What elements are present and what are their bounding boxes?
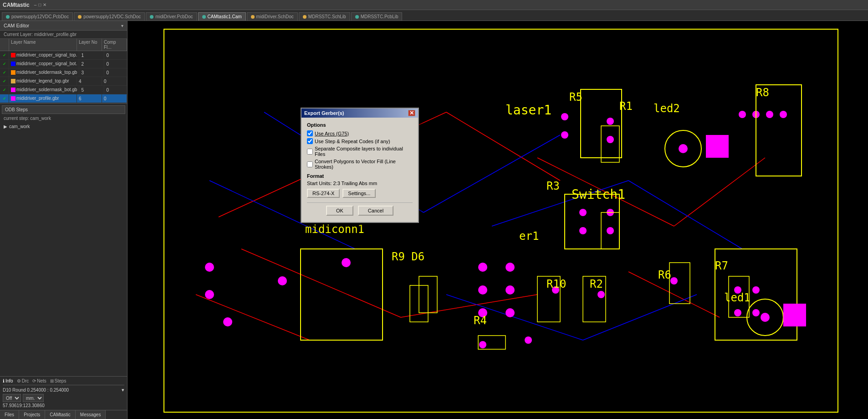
col-check xyxy=(0,39,9,51)
info-shape: D10 Round 0.254000 : 0.254000 xyxy=(3,388,120,393)
canvas-area[interactable]: laser1 ARDUINO midiconn1 R5 R1 led2 R8 R… xyxy=(128,21,868,419)
current-layer-label: Current Layer: mididriver_profile.gbr xyxy=(0,31,127,39)
ok-button[interactable]: OK xyxy=(326,206,353,216)
layer-name-text-3: mididriver_legend_top.gbr xyxy=(16,77,69,85)
info-off-select[interactable]: Off xyxy=(3,394,21,402)
tab-midiDriver-sch[interactable]: midiDriver.SchDoc xyxy=(247,12,298,21)
svg-text:R7: R7 xyxy=(715,259,728,272)
svg-point-33 xyxy=(205,290,214,299)
layer-compfl-3: 0 xyxy=(102,77,127,85)
left-panel: CAM Editor ▾ Current Layer: mididriver_p… xyxy=(0,21,128,419)
tab-dot-powersupply12VDC-pcb xyxy=(6,15,10,19)
checkbox-use-arcs[interactable] xyxy=(307,130,313,136)
layer-name-text-1: mididriver_copper_signal_bot. xyxy=(16,60,77,68)
checkbox-step-repeat[interactable] xyxy=(307,138,313,144)
tab-camtastic[interactable]: CAMtastic1.Cam xyxy=(198,12,246,21)
tab-dot-powersupply12VDC-sch xyxy=(78,15,82,19)
svg-point-51 xyxy=(579,227,587,234)
layer-row-1[interactable]: ✓mididriver_copper_signal_bot.20 xyxy=(0,60,127,68)
tab-powersupply12VDC-sch[interactable]: powersupply12VDC.SchDoc xyxy=(74,12,145,21)
svg-point-78 xyxy=(679,144,688,153)
settings-button[interactable]: Settings... xyxy=(342,189,376,198)
checkbox-separate-composite[interactable] xyxy=(307,149,313,155)
layer-row-2[interactable]: ✓mididriver_soldermask_top.gb30 xyxy=(0,68,127,77)
layer-no-2: 3 xyxy=(79,68,104,77)
svg-point-60 xyxy=(752,309,760,316)
info-unit-select[interactable]: mm. xyxy=(23,394,44,402)
tab-label-MDRSSTC-sch: MDRSSTC.SchLib xyxy=(308,14,346,19)
info-chevron[interactable]: ▾ xyxy=(122,387,124,393)
svg-point-43 xyxy=(561,131,568,139)
cam-editor-dropdown[interactable]: ▾ xyxy=(121,23,123,28)
layer-name-3: mididriver_legend_top.gbr xyxy=(9,77,77,85)
svg-point-41 xyxy=(505,308,515,317)
tab-dot-MDRSSTC-pcb xyxy=(355,15,359,19)
layer-row-3[interactable]: ✓mididriver_legend_top.gbr40 xyxy=(0,77,127,86)
cam-editor-label: CAM Editor xyxy=(4,23,29,28)
pcb-canvas: laser1 ARDUINO midiconn1 R5 R1 led2 R8 R… xyxy=(128,21,868,419)
layer-row-5[interactable]: ✓mididriver_profile.gbr60 xyxy=(0,94,127,103)
tab-MDRSSTC-sch[interactable]: MDRSSTC.SchLib xyxy=(299,12,350,21)
layer-name-text-4: mididriver_soldermask_bot.gb xyxy=(16,86,77,94)
format-section: Format Start Units: 2:3 Trailing Abs mm … xyxy=(307,173,413,198)
tab-info[interactable]: ℹ Info xyxy=(3,378,13,383)
format-buttons: RS-274-X Settings... xyxy=(307,189,413,198)
col-comp-fl: Comp Fl... xyxy=(102,39,127,51)
tab-label-MDRSSTC-pcb: MDRSSTC.PcbLib xyxy=(361,14,398,19)
svg-text:R10: R10 xyxy=(546,278,566,290)
svg-point-56 xyxy=(670,277,678,285)
checkbox-convert-polygons-row: Convert Polygons to Vector Fill (Line St… xyxy=(307,159,413,170)
close-icon[interactable]: ✕ xyxy=(43,2,46,7)
layer-name-text-2: mididriver_soldermask_top.gb xyxy=(16,68,77,77)
layer-row-4[interactable]: ✓mididriver_soldermask_bot.gb50 xyxy=(0,86,127,94)
nav-btn-projects[interactable]: Projects xyxy=(19,410,45,419)
checkbox-separate-composite-row: Separate Composite layers to individual … xyxy=(307,146,413,157)
checkbox-step-repeat-row: Use Step & Repeat Codes (if any) xyxy=(307,138,413,144)
layer-rows-container: ✓mididriver_copper_signal_top.10✓mididri… xyxy=(0,51,127,103)
nav-footer: FilesProjectsCAMtasticMessages xyxy=(0,410,127,419)
svg-point-62 xyxy=(479,341,486,348)
tab-steps[interactable]: ⊞ Steps xyxy=(50,378,66,383)
tab-label-camtastic: CAMtastic1.Cam xyxy=(208,14,242,19)
odb-tree-item[interactable]: ▶ cam_work xyxy=(4,124,123,129)
svg-point-36 xyxy=(478,263,487,272)
layer-color-swatch-0 xyxy=(11,53,15,57)
tab-drc[interactable]: ⚙ Drc xyxy=(17,378,29,383)
cancel-button[interactable]: Cancel xyxy=(358,206,393,216)
nav-btn-camtastic[interactable]: CAMtastic xyxy=(45,410,76,419)
checkbox-use-arcs-row: Use Arcs (G75) xyxy=(307,130,413,136)
dialog-close-button[interactable]: ✕ xyxy=(408,110,415,116)
tab-label-midiDriver-pcb: midiDriver.PcbDoc xyxy=(155,14,193,19)
svg-point-34 xyxy=(223,317,232,326)
maximize-icon[interactable]: □ xyxy=(38,2,41,7)
svg-text:R5: R5 xyxy=(569,91,582,103)
svg-point-53 xyxy=(607,227,614,234)
svg-point-32 xyxy=(205,263,214,272)
checkbox-convert-polygons[interactable] xyxy=(307,161,313,167)
svg-point-38 xyxy=(478,285,487,295)
svg-text:led1: led1 xyxy=(724,291,751,304)
layer-name-4: mididriver_soldermask_bot.gb xyxy=(9,86,79,94)
layer-color-swatch-1 xyxy=(11,62,15,66)
nav-btn-files[interactable]: Files xyxy=(0,410,19,419)
rs274x-button[interactable]: RS-274-X xyxy=(307,189,340,198)
odb-current-step: current step: cam_work xyxy=(2,115,125,122)
tab-bar: powersupply12VDC.PcbDocpowersupply12VDC.… xyxy=(0,10,868,21)
nav-btn-messages[interactable]: Messages xyxy=(76,410,106,419)
svg-point-35 xyxy=(278,276,287,285)
tab-nets[interactable]: ⟳ Nets xyxy=(32,378,46,383)
layer-compfl-4: 0 xyxy=(104,86,129,94)
layer-name-text-0: mididriver_copper_signal_top. xyxy=(16,51,77,59)
tab-dot-midiDriver-pcb xyxy=(150,15,153,19)
svg-text:R9 D6: R9 D6 xyxy=(392,250,424,263)
info-row1: D10 Round 0.254000 : 0.254000 ▾ xyxy=(3,387,124,393)
svg-point-81 xyxy=(761,313,770,322)
tree-arrow-icon: ▶ xyxy=(4,124,7,129)
svg-text:laser1: laser1 xyxy=(505,103,551,118)
tab-powersupply12VDC-pcb[interactable]: powersupply12VDC.PcbDoc xyxy=(2,12,73,21)
layer-row-0[interactable]: ✓mididriver_copper_signal_top.10 xyxy=(0,51,127,60)
tab-MDRSSTC-pcb[interactable]: MDRSSTC.PcbLib xyxy=(351,12,403,21)
minimize-icon[interactable]: – xyxy=(34,2,37,7)
tab-midiDriver-pcb[interactable]: midiDriver.PcbDoc xyxy=(146,12,197,21)
svg-point-31 xyxy=(342,258,351,267)
